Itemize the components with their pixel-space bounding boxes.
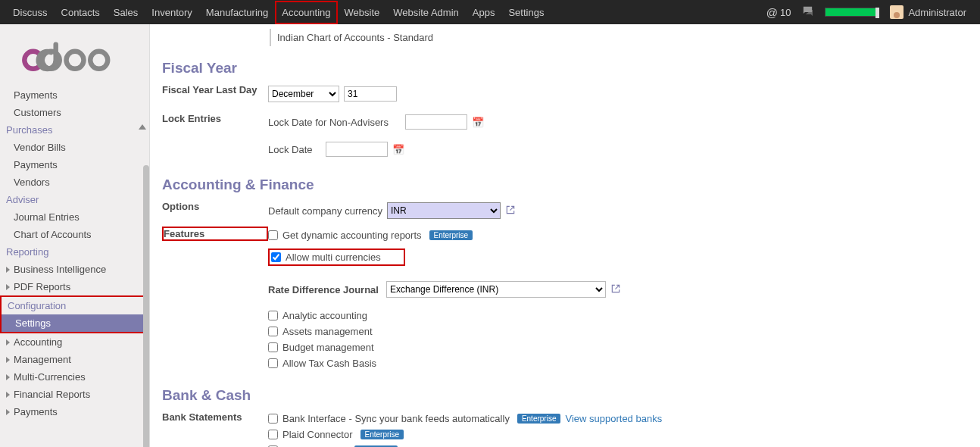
at-icon: @	[766, 6, 778, 19]
side-business-intelligence[interactable]: Business Intelligence	[0, 261, 149, 278]
label-dynamic-reports: Get dynamic accounting reports	[282, 230, 422, 241]
side-pdf-reports[interactable]: PDF Reports	[0, 278, 149, 295]
side-payments2[interactable]: Payments	[0, 156, 149, 173]
side-menu: Payments Customers Purchases Vendor Bill…	[0, 86, 149, 427]
progress-bar[interactable]	[825, 8, 879, 17]
side-vendor-bills[interactable]: Vendor Bills	[0, 139, 149, 156]
side-financial-reports[interactable]: Financial Reports	[0, 386, 149, 403]
fy-month-select[interactable]: December	[268, 86, 339, 102]
nav-sales[interactable]: Sales	[107, 1, 145, 24]
nav-apps[interactable]: Apps	[466, 1, 502, 24]
topnav-right: @ 10 Administrator	[766, 5, 974, 20]
nav-discuss[interactable]: Discuss	[6, 1, 55, 24]
sidebar: Payments Customers Purchases Vendor Bill…	[0, 24, 150, 447]
cb-dynamic-reports[interactable]	[268, 230, 278, 240]
user-menu[interactable]: Administrator	[890, 5, 966, 19]
nav-manufacturing[interactable]: Manufacturing	[199, 1, 275, 24]
section-bank-cash: Bank & Cash	[162, 387, 968, 404]
label-allow-multi-currencies: Allow multi currencies	[286, 252, 381, 263]
nav-website-admin[interactable]: Website Admin	[386, 1, 465, 24]
calendar-icon[interactable]: 📅	[472, 117, 484, 128]
section-accounting-finance: Accounting & Finance	[162, 177, 968, 193]
rate-diff-journal-select[interactable]: Exchange Difference (INR)	[386, 281, 606, 298]
logo	[0, 24, 149, 86]
label-lock-date: Lock Date	[268, 144, 321, 155]
side-management[interactable]: Management	[0, 351, 149, 368]
message-count: 10	[780, 7, 791, 18]
lock-non-adv-date[interactable]	[405, 114, 467, 130]
nav-website[interactable]: Website	[338, 1, 387, 24]
enterprise-badge: Enterprise	[360, 430, 404, 439]
label-plaid: Plaid Connector	[282, 429, 353, 440]
multi-currency-highlight: Allow multi currencies	[268, 249, 405, 266]
fy-day-input[interactable]	[344, 86, 397, 102]
messaging-button[interactable]: @ 10	[766, 6, 791, 19]
main-content: Indian Chart of Accounts - Standard Fisc…	[150, 24, 980, 447]
group-reporting: Reporting	[0, 243, 149, 261]
calendar-icon[interactable]: 📅	[392, 144, 404, 155]
nav-accounting[interactable]: Accounting	[275, 1, 337, 24]
side-journal-entries[interactable]: Journal Entries	[0, 208, 149, 226]
topnav-left: Discuss Contacts Sales Inventory Manufac…	[6, 1, 551, 24]
top-navbar: Discuss Contacts Sales Inventory Manufac…	[0, 0, 980, 24]
label-bank-statements: Bank Statements	[162, 408, 268, 426]
label-lock-entries: Lock Entries	[162, 110, 268, 127]
chart-template-value: Indian Chart of Accounts - Standard	[270, 29, 968, 46]
side-multi-currencies[interactable]: Multi-Currencies	[0, 368, 149, 386]
side-customers[interactable]: Customers	[0, 104, 149, 121]
label-rate-diff-journal: Rate Difference Journal	[268, 284, 382, 295]
side-settings[interactable]: Settings	[2, 314, 148, 332]
config-highlight: Configuration Settings	[0, 295, 149, 333]
label-tax-cash-basis: Allow Tax Cash Basis	[282, 358, 376, 369]
side-chart-of-accounts[interactable]: Chart of Accounts	[0, 226, 149, 243]
label-fy-last-day: Fiscal Year Last Day	[162, 81, 268, 98]
collapse-up-icon[interactable]	[139, 124, 146, 130]
external-link-icon[interactable]	[610, 283, 621, 296]
cb-budget-management[interactable]	[268, 342, 278, 352]
label-budget-management: Budget management	[282, 342, 374, 353]
label-bank-interface: Bank Interface - Sync your bank feeds au…	[282, 413, 510, 424]
lock-date[interactable]	[326, 142, 388, 157]
cb-bank-interface[interactable]	[268, 414, 278, 424]
svg-point-2	[66, 52, 83, 69]
chat-icon[interactable]	[801, 5, 814, 20]
nav-settings[interactable]: Settings	[501, 1, 551, 24]
label-lock-non-advisers: Lock Date for Non-Advisers	[268, 117, 401, 128]
label-default-currency: Default company currency	[268, 205, 382, 217]
label-options: Options	[162, 198, 268, 215]
enterprise-badge: Enterprise	[429, 230, 473, 240]
side-payments[interactable]: Payments	[0, 86, 149, 104]
cb-allow-multi-currencies[interactable]	[271, 252, 281, 262]
side-vendors[interactable]: Vendors	[0, 173, 149, 191]
nav-inventory[interactable]: Inventory	[145, 1, 198, 24]
label-assets-management: Assets management	[282, 326, 373, 337]
svg-point-3	[90, 52, 108, 69]
avatar	[890, 5, 904, 19]
cb-plaid[interactable]	[268, 430, 278, 439]
group-purchases: Purchases	[0, 121, 149, 139]
sidebar-scrollbar[interactable]	[143, 165, 149, 447]
side-accounting[interactable]: Accounting	[0, 333, 149, 351]
enterprise-badge: Enterprise	[517, 414, 561, 424]
cb-tax-cash-basis[interactable]	[268, 358, 278, 368]
cb-assets-management[interactable]	[268, 327, 278, 336]
side-payments3[interactable]: Payments	[0, 403, 149, 420]
cb-analytic-accounting[interactable]	[268, 311, 278, 320]
group-configuration: Configuration	[2, 297, 148, 314]
external-link-icon[interactable]	[505, 205, 516, 217]
group-adviser: Adviser	[0, 191, 149, 208]
label-features: Features	[162, 227, 268, 241]
link-view-supported-banks[interactable]: View supported banks	[565, 413, 662, 424]
default-currency-select[interactable]: INR	[387, 202, 501, 219]
section-fiscal-year: Fiscal Year	[162, 60, 968, 77]
nav-contacts[interactable]: Contacts	[55, 1, 107, 24]
label-analytic-accounting: Analytic accounting	[282, 310, 367, 321]
user-name: Administrator	[908, 7, 966, 18]
